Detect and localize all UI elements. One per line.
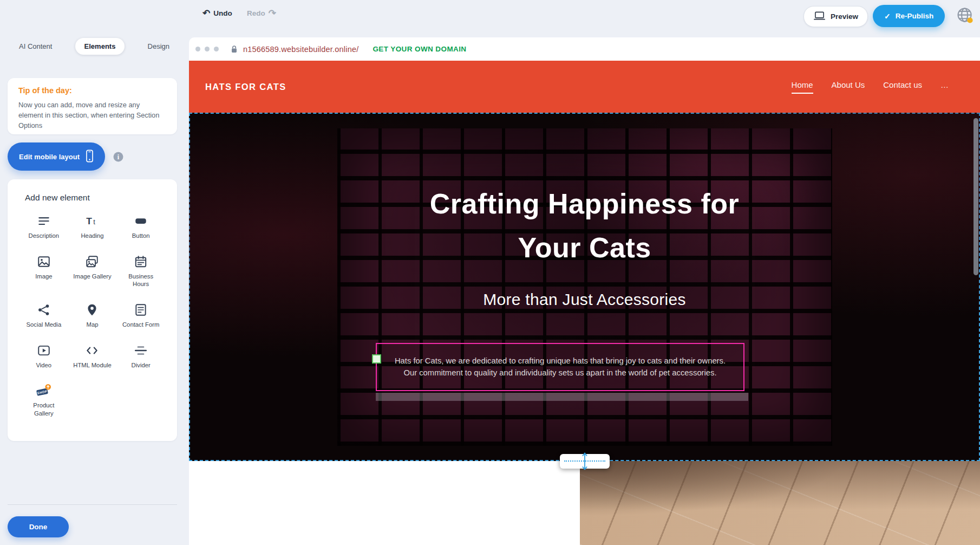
button-icon (134, 213, 148, 229)
tip-title: Tip of the day: (18, 86, 166, 95)
element-contact-form[interactable]: Contact Form (116, 302, 165, 329)
business-hours-icon (134, 254, 148, 269)
svg-text:T: T (87, 216, 93, 226)
hero-heading-line1: Crafting Happiness for (189, 182, 980, 226)
nav-item-about-us[interactable]: About Us (832, 80, 865, 94)
divider-icon (134, 343, 148, 358)
nav-item-more[interactable]: … (940, 80, 949, 94)
edit-mobile-layout-button[interactable]: Edit mobile layout (8, 142, 105, 171)
image-icon (37, 254, 51, 269)
element-business-hours[interactable]: Business Hours (116, 254, 165, 288)
preview-button[interactable]: Preview (803, 6, 868, 27)
element-label: Video (36, 361, 51, 369)
element-label: Button (132, 232, 150, 240)
hero-heading-line2: Your Cats (189, 226, 980, 270)
site-url[interactable]: n1566589.websitebuilder.online/ (243, 45, 358, 54)
redo-label: Redo (247, 9, 265, 17)
element-map[interactable]: Map (68, 302, 117, 329)
product-gallery-icon: SHOP (35, 383, 52, 398)
element-drag-handle[interactable] (372, 354, 381, 364)
undo-label: Undo (213, 9, 232, 17)
hero-paragraph-line1: Hats for Cats, we are dedicated to craft… (395, 355, 726, 367)
check-icon: ✓ (884, 12, 891, 21)
element-label: HTML Module (73, 361, 112, 369)
tab-elements[interactable]: Elements (75, 38, 125, 55)
heading-icon: Tt (85, 213, 99, 229)
element-label: Contact Form (122, 321, 159, 329)
laptop-icon (813, 11, 826, 23)
element-label: Map (87, 321, 99, 329)
hero-heading[interactable]: Crafting Happiness for Your Cats (189, 182, 980, 270)
get-domain-link[interactable]: GET YOUR OWN DOMAIN (373, 45, 466, 53)
panel-tabs: AI ContentElementsDesign (10, 38, 179, 55)
preview-label: Preview (831, 12, 858, 21)
next-section[interactable] (189, 461, 980, 545)
html-module-icon (85, 343, 99, 358)
done-button[interactable]: Done (8, 516, 69, 537)
language-globe-icon[interactable] (956, 7, 975, 25)
site-preview: HATS FOR CATS HomeAbout UsContact us… Cr… (189, 61, 980, 545)
hero-paragraph: Hats for Cats, we are dedicated to craft… (395, 355, 726, 379)
site-header: HATS FOR CATS HomeAbout UsContact us… (189, 61, 980, 113)
resize-arrows-icon (581, 451, 589, 471)
element-product-gallery[interactable]: SHOPProduct Gallery (19, 383, 68, 417)
lock-icon (231, 45, 238, 54)
browser-dots-icon (195, 47, 219, 51)
element-label: Image Gallery (73, 272, 111, 281)
element-heading[interactable]: TtHeading (68, 213, 117, 240)
editor-canvas: n1566589.websitebuilder.online/ GET YOUR… (189, 31, 980, 545)
redo-button[interactable]: Redo ↷ (247, 9, 276, 18)
tab-ai-content[interactable]: AI Content (10, 38, 61, 55)
hero-subheading[interactable]: More than Just Accessories (189, 290, 980, 309)
undo-button[interactable]: ↶ Undo (202, 9, 232, 18)
selected-text-element[interactable]: Hats for Cats, we are dedicated to craft… (376, 343, 744, 391)
edit-mobile-layout-label: Edit mobile layout (19, 153, 80, 161)
tip-body: Now you can add, move and resize any ele… (18, 100, 160, 131)
section-resize-handle[interactable] (560, 454, 610, 469)
element-grid: DescriptionTtHeadingButtonImageImage Gal… (19, 213, 165, 418)
add-element-title: Add new element (25, 193, 165, 203)
element-social-media[interactable]: Social Media (19, 302, 68, 329)
sidebar-divider (8, 504, 177, 505)
element-image-gallery[interactable]: Image Gallery (68, 254, 117, 288)
element-label: Heading (81, 232, 103, 240)
element-divider[interactable]: Divider (116, 343, 165, 369)
element-spacing-indicator (376, 393, 748, 401)
social-media-icon (37, 302, 51, 317)
paving-photo (580, 461, 980, 545)
add-element-panel: Add new element DescriptionTtHeadingButt… (8, 179, 177, 441)
video-icon (37, 343, 51, 358)
tab-design[interactable]: Design (139, 38, 179, 55)
sidebar: AI ContentElementsDesign Tip of the day:… (0, 0, 189, 545)
canvas-scrollbar[interactable] (974, 118, 978, 275)
hero-section[interactable]: Crafting Happiness for Your Cats More th… (189, 113, 980, 461)
republish-button[interactable]: ✓ Re-Publish (873, 5, 945, 27)
image-gallery-icon (85, 254, 99, 269)
nav-item-home[interactable]: Home (792, 80, 813, 94)
element-label: Social Media (26, 321, 61, 329)
element-label: Description (29, 232, 60, 240)
element-video[interactable]: Video (19, 343, 68, 369)
redo-icon: ↷ (269, 9, 276, 18)
nav-item-contact-us[interactable]: Contact us (883, 80, 922, 94)
info-icon[interactable]: i (113, 152, 123, 162)
element-label: Business Hours (121, 272, 161, 288)
site-nav: HomeAbout UsContact us… (792, 80, 949, 94)
element-label: Image (35, 272, 52, 281)
element-description[interactable]: Description (19, 213, 68, 240)
app-root: Section options ↶ Undo Redo ↷ Preview ✓ … (0, 0, 980, 545)
tip-of-the-day-card: Tip of the day: Now you can add, move an… (8, 78, 177, 134)
browser-bar: n1566589.websitebuilder.online/ GET YOUR… (189, 37, 980, 61)
site-logo[interactable]: HATS FOR CATS (205, 82, 286, 92)
description-icon (37, 213, 51, 229)
hero-paragraph-line2: Our commitment to quality and individual… (395, 367, 726, 379)
undo-icon: ↶ (202, 9, 210, 18)
element-image[interactable]: Image (19, 254, 68, 288)
phone-icon (86, 150, 94, 164)
map-icon (85, 302, 99, 317)
done-label: Done (29, 523, 48, 531)
element-label: Product Gallery (24, 401, 64, 417)
element-html-module[interactable]: HTML Module (68, 343, 117, 369)
element-button[interactable]: Button (116, 213, 165, 240)
svg-text:t: t (94, 218, 96, 226)
